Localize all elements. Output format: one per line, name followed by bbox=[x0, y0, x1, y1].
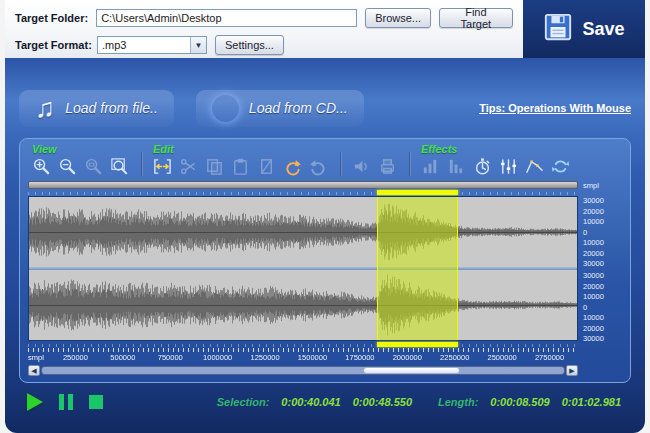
amp-label: 10000 bbox=[583, 218, 622, 225]
target-format-select[interactable]: .mp3 ▼ bbox=[97, 36, 207, 54]
copy-icon bbox=[203, 156, 226, 176]
save-icon bbox=[543, 12, 573, 46]
time-label: 250000 bbox=[63, 353, 88, 362]
transport-bar: Selection: 0:00:40.041 0:00:48.550 Lengt… bbox=[19, 392, 631, 412]
load-from-cd-label: Load from CD... bbox=[249, 100, 348, 116]
time-label: 2500000 bbox=[488, 353, 517, 362]
stop-button[interactable] bbox=[89, 392, 103, 412]
selection-marker-bottom[interactable] bbox=[377, 342, 458, 347]
editor-panel: View bbox=[19, 138, 631, 383]
fade-icon bbox=[445, 156, 468, 176]
redo-icon[interactable] bbox=[281, 156, 304, 176]
load-from-file-label: Load from file.. bbox=[65, 100, 158, 116]
amp-label: 10000 bbox=[583, 314, 622, 321]
scrollbar-track[interactable] bbox=[41, 366, 565, 375]
speaker-icon bbox=[350, 156, 373, 176]
target-format-label: Target Format: bbox=[15, 39, 97, 51]
toolbar-separator bbox=[409, 152, 411, 176]
paste-icon bbox=[229, 156, 252, 176]
time-label: 500000 bbox=[110, 353, 135, 362]
selection-ruler-top bbox=[28, 190, 578, 195]
app-window: Target Folder: Browse... Find Target Tar… bbox=[0, 0, 650, 433]
amplitude-scale: smpl 3000020000100000100002000030000 300… bbox=[578, 181, 622, 376]
time-label: 1750000 bbox=[345, 353, 374, 362]
music-note-icon: ♫ bbox=[35, 95, 55, 122]
selection-marker-top[interactable] bbox=[377, 190, 458, 195]
scroll-right-arrow-icon[interactable]: ▶ bbox=[566, 365, 578, 376]
time-label: 1250000 bbox=[250, 353, 279, 362]
target-folder-input[interactable] bbox=[96, 9, 357, 27]
amp-label: 0 bbox=[583, 229, 622, 236]
zoom-out-icon[interactable] bbox=[56, 156, 79, 176]
settings-button[interactable]: Settings... bbox=[215, 35, 284, 55]
waveform-channel-right[interactable] bbox=[29, 270, 577, 340]
save-button[interactable]: Save bbox=[523, 0, 645, 58]
overview-scrollbar[interactable] bbox=[28, 181, 578, 189]
time-label: 2000000 bbox=[393, 353, 422, 362]
amp-label: 10000 bbox=[583, 293, 622, 300]
print-icon bbox=[376, 156, 399, 176]
cd-icon bbox=[212, 95, 239, 122]
toolbar-group-misc bbox=[350, 143, 399, 176]
view-group-label: View bbox=[32, 143, 131, 155]
zoom-all-icon[interactable] bbox=[108, 156, 131, 176]
undo-icon bbox=[307, 156, 330, 176]
amp-label: 0 bbox=[583, 304, 622, 311]
play-icon bbox=[27, 393, 43, 411]
save-button-label: Save bbox=[582, 19, 624, 40]
ruler-ticks bbox=[28, 348, 578, 352]
main-content: ♫ Load from file.. Load from CD... Tips:… bbox=[5, 58, 645, 433]
time-label: 1500000 bbox=[298, 353, 327, 362]
browse-button[interactable]: Browse... bbox=[365, 8, 430, 28]
play-button[interactable] bbox=[27, 392, 43, 412]
amplitude-scale-ch1: 3000020000100000100002000030000 bbox=[583, 197, 622, 267]
waveform-area: smpl 25000050000075000010000001250000150… bbox=[28, 181, 622, 376]
selection-length-value: 0:00:08.509 bbox=[490, 396, 549, 408]
amp-label: 20000 bbox=[583, 208, 622, 215]
total-length-value: 0:01:02.981 bbox=[562, 396, 621, 408]
toolbar: View bbox=[28, 142, 622, 179]
toolbar-separator bbox=[141, 152, 143, 176]
toolbar-group-edit: Edit bbox=[151, 143, 330, 176]
envelope-icon[interactable] bbox=[523, 156, 546, 176]
toolbar-separator bbox=[340, 152, 342, 176]
time-label: 2750000 bbox=[535, 353, 564, 362]
pause-icon bbox=[59, 394, 73, 410]
effects-group-label: Effects bbox=[421, 143, 572, 155]
length-times: Length: 0:00:08.509 0:01:02.981 bbox=[438, 396, 621, 408]
amp-label: 30000 bbox=[583, 260, 622, 267]
chevron-down-icon[interactable]: ▼ bbox=[190, 37, 206, 53]
target-settings-bar: Target Folder: Browse... Find Target Tar… bbox=[5, 0, 523, 58]
amp-label: 20000 bbox=[583, 283, 622, 290]
find-target-button[interactable]: Find Target bbox=[439, 8, 513, 28]
horizontal-scrollbar: ◀ ▶ bbox=[28, 365, 578, 376]
stop-icon bbox=[89, 395, 103, 409]
top-bar: Target Folder: Browse... Find Target Tar… bbox=[5, 0, 645, 58]
trim-icon bbox=[255, 156, 278, 176]
load-from-cd-button[interactable]: Load from CD... bbox=[196, 90, 364, 127]
toolbar-group-view: View bbox=[30, 143, 131, 176]
scrollbar-thumb[interactable] bbox=[363, 367, 460, 374]
pause-button[interactable] bbox=[59, 392, 73, 412]
time-label: 2250000 bbox=[440, 353, 469, 362]
equalizer-icon[interactable] bbox=[497, 156, 520, 176]
selection-label: Selection: bbox=[217, 396, 270, 408]
time-unit-label: smpl bbox=[28, 353, 44, 362]
selection-end-time: 0:00:48.550 bbox=[353, 396, 412, 408]
amplitude-scale-ch2: 3000020000100000100002000030000 bbox=[583, 272, 622, 342]
target-format-value: .mp3 bbox=[98, 39, 190, 51]
edit-group-label: Edit bbox=[153, 143, 330, 155]
waveform-channel-left[interactable] bbox=[29, 197, 577, 267]
amplify-icon bbox=[419, 156, 442, 176]
scroll-left-arrow-icon[interactable]: ◀ bbox=[28, 365, 40, 376]
tips-link[interactable]: Tips: Operations With Mouse bbox=[479, 102, 631, 114]
loop-icon[interactable] bbox=[549, 156, 572, 176]
zoom-in-icon[interactable] bbox=[30, 156, 53, 176]
stopwatch-icon[interactable] bbox=[471, 156, 494, 176]
load-row: ♫ Load from file.. Load from CD... Tips:… bbox=[19, 84, 631, 132]
target-folder-label: Target Folder: bbox=[15, 12, 96, 24]
time-label: 1000000 bbox=[203, 353, 232, 362]
cut-icon bbox=[177, 156, 200, 176]
load-from-file-button[interactable]: ♫ Load from file.. bbox=[19, 90, 174, 127]
select-range-icon[interactable] bbox=[151, 156, 174, 176]
